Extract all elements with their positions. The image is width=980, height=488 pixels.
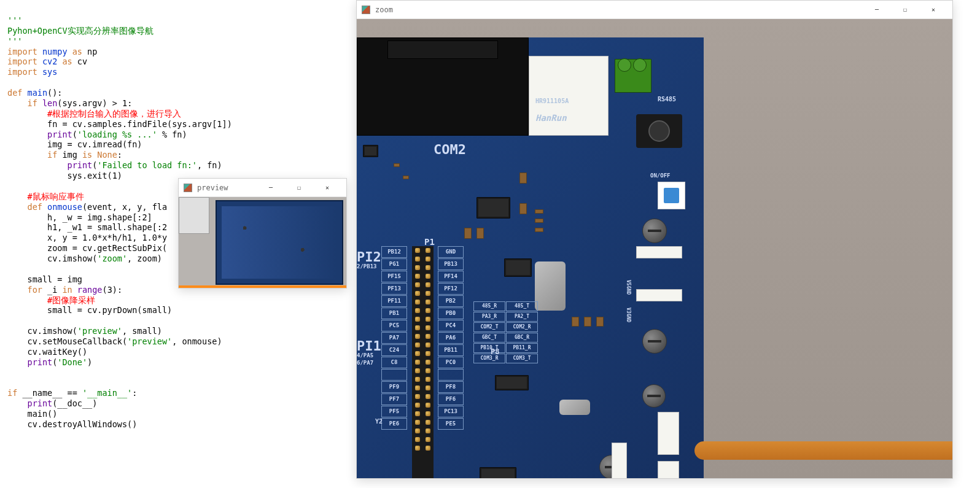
pin-label: PB12 (381, 246, 407, 258)
pin-label (438, 369, 464, 381)
pin-label: PB1 (381, 308, 407, 319)
silk-label: PB10_T (473, 343, 505, 353)
pin-label (381, 369, 407, 381)
preview-window[interactable]: preview ─ ☐ ✕ (178, 178, 347, 289)
pin-label: PF14 (438, 271, 464, 282)
pin-label: PC4 (438, 320, 464, 331)
preview-titlebar[interactable]: preview ─ ☐ ✕ (179, 179, 346, 197)
pin-label: PE5 (438, 418, 464, 430)
close-button[interactable]: ✕ (313, 179, 341, 197)
zoom-image-viewport[interactable]: HanRun HR911105A RS485 COM2 ON/OFF (357, 19, 952, 478)
preview-image-viewport[interactable] (179, 197, 346, 288)
silk-label: COM2_T (473, 322, 505, 332)
zoom-titlebar[interactable]: zoom ─ ☐ ✕ (357, 1, 952, 19)
pin-label: PB13 (438, 258, 464, 270)
orange-scroll-indicator (694, 441, 952, 460)
pin-label: GND (438, 246, 464, 258)
pin-label: PF8 (438, 381, 464, 393)
pin-label: PC0 (438, 357, 464, 368)
silk-label: 485_T (506, 301, 538, 311)
pin-label: PF13 (381, 283, 407, 295)
silk-label: COM2_R (506, 322, 538, 332)
silk-label: 485_R (473, 301, 505, 311)
maximize-button[interactable]: ☐ (285, 179, 313, 197)
close-button[interactable]: ✕ (919, 1, 947, 19)
pin-label: PG1 (381, 258, 407, 270)
silk-label: PB11_R (506, 343, 538, 353)
maximize-button[interactable]: ☐ (891, 1, 919, 19)
preview-icon (184, 184, 192, 192)
pin-label: PA7 (381, 332, 407, 344)
docstring-open: ''' (7, 15, 22, 25)
silk-label: COM3_T (506, 354, 538, 363)
pin-label: PA6 (438, 332, 464, 344)
silk-label: GBC_T (473, 333, 505, 343)
docstring-close: ''' (7, 36, 22, 46)
pin-label: PC5 (381, 320, 407, 331)
silk-label: COM3_R (473, 354, 505, 363)
silk-label: GBC_R (506, 333, 538, 343)
pin-label: C24 (381, 344, 407, 356)
silk-label: PA2_T (506, 312, 538, 322)
pin-label: PB0 (438, 308, 464, 319)
zoom-window[interactable]: zoom ─ ☐ ✕ HanRun HR911105A (356, 0, 953, 479)
preview-title: preview (197, 184, 228, 192)
code-title: Pyhon+OpenCV实现高分辨率图像导航 (7, 26, 154, 36)
pin-label: C8 (381, 357, 407, 368)
pin-label: PF7 (381, 393, 407, 405)
pin-label: PC13 (438, 406, 464, 417)
pin-label: PF12 (438, 283, 464, 295)
pin-label: PF11 (381, 295, 407, 307)
pin-label: PF5 (381, 406, 407, 417)
zoom-title: zoom (375, 6, 393, 14)
pin-label: PF15 (381, 271, 407, 282)
pin-label: PF6 (438, 393, 464, 405)
pin-label: PF9 (381, 381, 407, 393)
pcb-board: HanRun HR911105A RS485 COM2 ON/OFF (357, 37, 704, 478)
minimize-button[interactable]: ─ (863, 1, 891, 19)
zoom-icon (362, 6, 370, 14)
pin-label: PB11 (438, 344, 464, 356)
pin-label: PB2 (438, 295, 464, 307)
minimize-button[interactable]: ─ (257, 179, 285, 197)
silk-label: PA3_R (473, 312, 505, 322)
pin-label: PE6 (381, 418, 407, 430)
